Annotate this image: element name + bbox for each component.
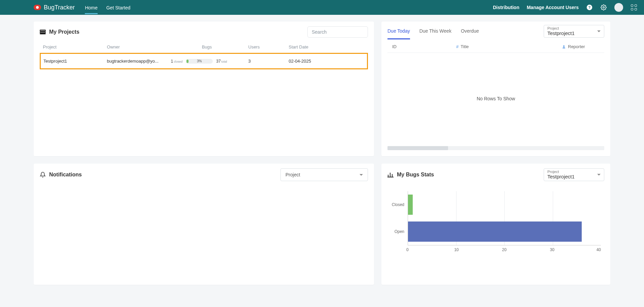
gear-icon[interactable]	[600, 4, 607, 11]
nav-distribution[interactable]: Distribution	[493, 5, 519, 10]
bar-closed	[408, 195, 413, 215]
svg-rect-5	[40, 33, 45, 34]
bar-open	[408, 221, 582, 242]
svg-rect-4	[40, 32, 45, 33]
stats-title: My Bugs Stats	[397, 172, 434, 178]
help-icon[interactable]: ?	[586, 4, 593, 11]
nav-home[interactable]: Home	[85, 1, 97, 14]
apps-grid-icon[interactable]	[631, 4, 637, 11]
due-card: Due Today Due This Week Overdue Project …	[381, 22, 610, 156]
svg-point-6	[563, 45, 565, 47]
main: My Projects Project Owner Bugs Users Sta…	[0, 15, 644, 292]
stats-card: My Bugs Stats Project Testproject1 Close…	[381, 164, 610, 285]
cell-bugs: 1closed 3% 37total	[168, 54, 246, 69]
chevron-down-icon	[597, 31, 601, 32]
cell-project-name: Testproject1	[40, 54, 104, 69]
stats-project-select[interactable]: Project Testproject1	[544, 168, 604, 181]
brand-name: BugTracker	[44, 4, 75, 11]
tab-due-today[interactable]: Due Today	[387, 25, 410, 39]
col-users: Users	[246, 41, 286, 54]
chevron-down-icon	[360, 174, 363, 176]
tab-due-week[interactable]: Due This Week	[419, 25, 451, 39]
bugs-chart: Closed Open 0 10 20 30 40	[387, 191, 604, 252]
stats-project-select-label: Project	[547, 170, 601, 174]
stats-project-select-value: Testproject1	[547, 174, 601, 179]
avatar[interactable]	[614, 3, 623, 12]
cell-owner: bugtrackerdemoapp@yo...	[104, 54, 168, 69]
my-projects-card: My Projects Project Owner Bugs Users Sta…	[34, 22, 374, 156]
svg-rect-3	[40, 30, 45, 31]
notifications-title: Notifications	[49, 172, 82, 178]
due-project-select-label: Project	[547, 26, 601, 30]
bell-icon	[40, 172, 46, 178]
due-project-select[interactable]: Project Testproject1	[544, 25, 604, 38]
bar-chart-icon	[387, 172, 394, 177]
topbar: BugTracker Home Get Started Distribution…	[0, 0, 644, 15]
col-bugs: Bugs	[168, 41, 246, 54]
svg-point-2	[603, 7, 605, 8]
nav-links: Home Get Started	[85, 1, 130, 14]
col-id: ID	[392, 44, 443, 49]
progress-bar: 3%	[186, 59, 213, 64]
no-rows-message: No Rows To Show	[387, 53, 604, 144]
bug-logo-icon	[34, 5, 41, 10]
notifications-card: Notifications Project	[34, 164, 374, 285]
chevron-down-icon	[597, 174, 601, 176]
nav-manage-users[interactable]: Manage Account Users	[527, 5, 579, 10]
list-icon	[40, 30, 46, 34]
due-columns: ID # Title Reporter	[387, 39, 604, 53]
col-start-date: Start Date	[286, 41, 368, 54]
hash-icon: #	[456, 44, 459, 49]
tab-overdue[interactable]: Overdue	[461, 25, 479, 39]
col-title: # Title	[456, 44, 548, 49]
user-icon	[562, 45, 566, 49]
due-project-select-value: Testproject1	[547, 30, 601, 36]
cell-users: 3	[246, 54, 286, 69]
horizontal-scrollbar[interactable]	[387, 146, 604, 150]
svg-text:?: ?	[588, 5, 590, 9]
search-input[interactable]	[307, 26, 368, 38]
chart-label-closed: Closed	[387, 202, 408, 207]
nav-get-started[interactable]: Get Started	[106, 1, 131, 14]
topbar-right: Distribution Manage Account Users ?	[493, 3, 637, 12]
cell-start-date: 02-04-2025	[286, 54, 368, 69]
col-reporter: Reporter	[562, 44, 602, 49]
my-projects-title: My Projects	[49, 29, 79, 35]
col-project: Project	[40, 41, 104, 54]
notifications-project-select[interactable]: Project	[280, 168, 368, 181]
brand[interactable]: BugTracker	[34, 4, 75, 11]
project-row[interactable]: Testproject1 bugtrackerdemoapp@yo... 1cl…	[40, 54, 368, 69]
projects-table: Project Owner Bugs Users Start Date Test…	[40, 41, 368, 69]
col-owner: Owner	[104, 41, 168, 54]
due-tabs: Due Today Due This Week Overdue	[387, 25, 479, 39]
notifications-select-label: Project	[285, 172, 300, 177]
chart-x-axis: 0 10 20 30 40	[408, 245, 601, 252]
chart-label-open: Open	[387, 229, 408, 234]
